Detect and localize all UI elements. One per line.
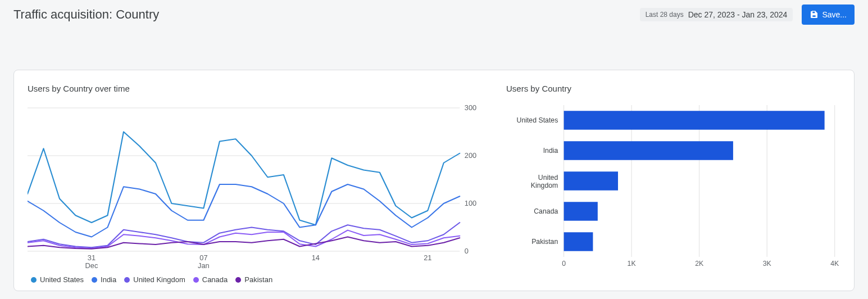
legend-label: United States bbox=[40, 275, 84, 284]
legend-swatch bbox=[31, 277, 37, 283]
svg-text:Dec: Dec bbox=[85, 262, 98, 270]
svg-text:United: United bbox=[538, 174, 558, 182]
svg-rect-0 bbox=[812, 11, 815, 13]
legend-label: United Kingdom bbox=[133, 275, 185, 284]
svg-text:07: 07 bbox=[199, 254, 207, 262]
legend-item[interactable]: United States bbox=[31, 275, 84, 284]
date-range-value: Dec 27, 2023 - Jan 23, 2024 bbox=[688, 10, 788, 19]
legend-label: Pakistan bbox=[244, 275, 272, 284]
date-range-label: Last 28 days bbox=[646, 11, 684, 19]
svg-rect-35 bbox=[564, 232, 593, 251]
line-chart: 010020030031Dec07Jan1421 bbox=[28, 102, 484, 271]
svg-text:United States: United States bbox=[517, 116, 558, 124]
legend-item[interactable]: India bbox=[92, 275, 116, 284]
svg-text:4K: 4K bbox=[830, 260, 839, 268]
page-title: Traffic acquisition: Country bbox=[13, 7, 159, 22]
save-icon bbox=[810, 10, 819, 19]
legend-item[interactable]: Canada bbox=[193, 275, 228, 284]
svg-text:0: 0 bbox=[465, 247, 469, 255]
legend-swatch bbox=[193, 277, 199, 283]
legend-label: Canada bbox=[202, 275, 228, 284]
svg-text:14: 14 bbox=[312, 254, 320, 262]
svg-text:India: India bbox=[543, 147, 558, 155]
line-chart-panel: Users by Country over time 010020030031D… bbox=[28, 84, 484, 284]
svg-text:21: 21 bbox=[424, 254, 431, 262]
save-button-label: Save... bbox=[822, 10, 847, 19]
svg-text:1K: 1K bbox=[628, 260, 636, 268]
svg-text:100: 100 bbox=[465, 200, 476, 207]
page-header: Traffic acquisition: Country Last 28 day… bbox=[0, 0, 868, 29]
svg-rect-28 bbox=[564, 141, 733, 160]
header-controls: Last 28 days Dec 27, 2023 - Jan 23, 2024… bbox=[640, 4, 855, 25]
legend-swatch bbox=[235, 277, 241, 283]
svg-text:Pakistan: Pakistan bbox=[531, 238, 558, 246]
save-button[interactable]: Save... bbox=[802, 4, 855, 25]
svg-text:200: 200 bbox=[465, 152, 476, 160]
svg-rect-30 bbox=[564, 171, 618, 190]
svg-text:Canada: Canada bbox=[534, 207, 558, 215]
svg-text:3K: 3K bbox=[763, 260, 771, 268]
bar-chart-title: Users by Country bbox=[506, 84, 840, 93]
svg-text:0: 0 bbox=[562, 260, 566, 268]
legend-label: India bbox=[101, 275, 116, 284]
line-chart-title: Users by Country over time bbox=[28, 84, 484, 93]
svg-rect-33 bbox=[564, 202, 598, 220]
legend-item[interactable]: United Kingdom bbox=[124, 275, 185, 284]
svg-text:300: 300 bbox=[465, 104, 476, 112]
svg-text:Kingdom: Kingdom bbox=[531, 182, 558, 189]
svg-rect-26 bbox=[564, 111, 825, 129]
legend-item[interactable]: Pakistan bbox=[235, 275, 272, 284]
bar-chart-panel: Users by Country 01K2K3K4KUnited StatesI… bbox=[506, 84, 840, 284]
svg-text:31: 31 bbox=[88, 254, 96, 262]
bar-chart: 01K2K3K4KUnited StatesIndiaUnitedKingdom… bbox=[506, 102, 840, 271]
svg-rect-1 bbox=[812, 15, 816, 17]
legend-swatch bbox=[124, 277, 130, 283]
report-card: Users by Country over time 010020030031D… bbox=[13, 70, 855, 291]
line-chart-legend: United StatesIndiaUnited KingdomCanadaPa… bbox=[28, 275, 484, 284]
date-range-picker[interactable]: Last 28 days Dec 27, 2023 - Jan 23, 2024 bbox=[640, 8, 793, 21]
svg-text:Jan: Jan bbox=[198, 262, 210, 270]
legend-swatch bbox=[92, 277, 97, 283]
svg-text:2K: 2K bbox=[695, 260, 703, 268]
